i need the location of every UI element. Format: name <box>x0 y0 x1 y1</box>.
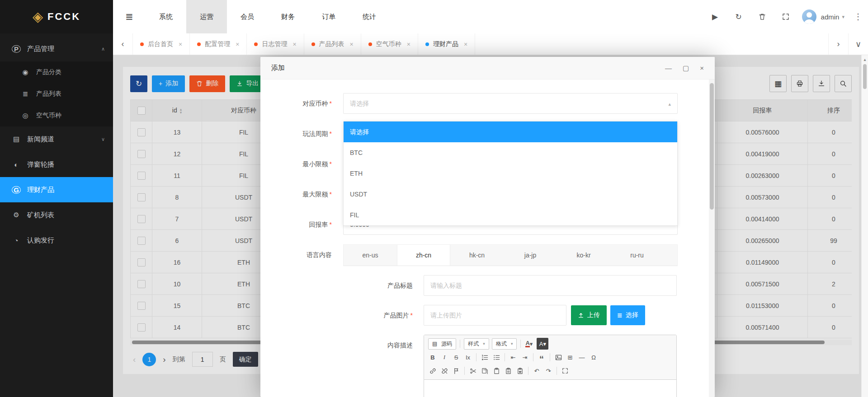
filter-columns-icon[interactable]: ▦ <box>769 75 787 92</box>
tabs-menu-icon[interactable]: ∨ <box>848 33 868 55</box>
row-checkbox[interactable] <box>137 237 146 245</box>
row-checkbox[interactable] <box>137 302 146 310</box>
upload-button[interactable]: 上传 <box>571 305 607 325</box>
download-icon[interactable] <box>813 75 830 92</box>
goto-confirm-button[interactable]: 确定 <box>233 352 258 367</box>
maximize-icon[interactable]: ▢ <box>683 65 689 71</box>
sort-icons[interactable]: ▴▾ <box>180 108 182 114</box>
sidebar-item-finance-product[interactable]: G 理财产品 <box>0 177 113 202</box>
source-button[interactable]: ▤源码 <box>428 338 456 350</box>
sidebar-item-popup-carousel[interactable]: ◐ 弹窗轮播 <box>0 152 113 177</box>
table-icon[interactable]: ⊞ <box>564 351 576 363</box>
tab-air-coin[interactable]: 空气币种 × <box>361 33 418 55</box>
current-page[interactable]: 1 <box>142 353 156 366</box>
paste-icon[interactable] <box>491 365 502 377</box>
italic-button[interactable]: I <box>439 351 450 363</box>
avatar[interactable] <box>802 9 816 24</box>
tabs-scroll-left[interactable]: ‹ <box>113 33 133 55</box>
cut-icon[interactable] <box>467 365 479 377</box>
row-checkbox[interactable] <box>137 193 146 201</box>
sidebar-item-product-management[interactable]: P 产品管理 ∧ <box>0 36 113 61</box>
dropdown-option[interactable]: BTC <box>344 142 677 163</box>
dialog-titlebar[interactable]: 添加 — ▢ × <box>260 57 715 79</box>
row-checkbox[interactable] <box>137 323 146 332</box>
product-image-input[interactable] <box>424 305 566 326</box>
column-return-rate[interactable]: 回报率 <box>717 100 808 121</box>
unlink-icon[interactable] <box>439 365 450 377</box>
nav-item-operation[interactable]: 运营 <box>186 0 227 33</box>
print-icon[interactable] <box>791 75 808 92</box>
dropdown-option[interactable]: 请选择 <box>344 121 677 142</box>
row-checkbox[interactable] <box>137 258 146 266</box>
user-caret-down-icon[interactable]: ▾ <box>842 14 844 20</box>
nav-item-finance[interactable]: 财务 <box>268 0 308 33</box>
tab-home[interactable]: 后台首页 × <box>133 33 190 55</box>
link-icon[interactable] <box>427 365 439 377</box>
tab-close-icon[interactable]: × <box>350 41 354 48</box>
goto-page-input[interactable] <box>192 352 213 367</box>
text-color-button[interactable]: A▾ <box>523 338 535 350</box>
lang-tab-ru-ru[interactable]: ru-ru <box>610 245 664 266</box>
lang-tab-zh-cn[interactable]: zh-cn <box>397 245 450 266</box>
unordered-list-icon[interactable] <box>491 351 502 363</box>
refresh-table-button[interactable]: ↻ <box>130 75 147 92</box>
search-icon[interactable] <box>835 75 852 92</box>
sidebar-item-product-list[interactable]: ≣ 产品列表 <box>0 83 113 105</box>
sidebar-item-air-coin[interactable]: ◎ 空气币种 <box>0 105 113 126</box>
row-checkbox[interactable] <box>137 215 146 223</box>
nav-item-statistics[interactable]: 统计 <box>349 0 390 33</box>
tab-close-icon[interactable]: × <box>464 41 467 48</box>
row-checkbox[interactable] <box>137 128 146 136</box>
undo-icon[interactable]: ↶ <box>531 365 542 377</box>
row-checkbox[interactable] <box>137 150 146 158</box>
collapse-sidebar-icon[interactable]: ≣ <box>113 11 146 22</box>
next-page-icon[interactable]: › <box>163 355 165 364</box>
select-all-checkbox[interactable] <box>137 107 146 115</box>
tab-product-list[interactable]: 产品列表 × <box>304 33 361 55</box>
editor-fullscreen-icon[interactable] <box>559 365 571 377</box>
editor-content[interactable] <box>424 380 676 397</box>
ordered-list-icon[interactable] <box>479 351 491 363</box>
tab-close-icon[interactable]: × <box>236 41 239 48</box>
nav-item-member[interactable]: 会员 <box>227 0 268 33</box>
add-button[interactable]: + 添加 <box>152 75 185 92</box>
sidebar-item-product-category[interactable]: ◉ 产品分类 <box>0 61 113 83</box>
vertical-scrollbar[interactable]: ▴ <box>861 55 868 397</box>
prev-page-icon[interactable]: ‹ <box>133 355 136 364</box>
dialog-scrollbar[interactable] <box>709 79 715 397</box>
play-icon[interactable]: ▶ <box>703 12 727 22</box>
paste-word-icon[interactable] <box>514 365 526 377</box>
scroll-up-icon[interactable]: ▴ <box>862 55 868 62</box>
lang-tab-ko-kr[interactable]: ko-kr <box>557 245 610 266</box>
copy-icon[interactable] <box>479 365 491 377</box>
tab-config[interactable]: 配置管理 × <box>190 33 247 55</box>
sidebar-item-news-channel[interactable]: ▤ 新闻频道 ∨ <box>0 126 113 152</box>
minimize-icon[interactable]: — <box>665 65 672 71</box>
tab-close-icon[interactable]: × <box>407 41 410 48</box>
style-combo[interactable]: 样式▾ <box>464 338 489 350</box>
sidebar-item-miner-list[interactable]: ⚙ 矿机列表 <box>0 202 113 228</box>
fullscreen-icon[interactable] <box>774 13 797 20</box>
special-char-icon[interactable]: Ω <box>588 351 599 363</box>
lang-tab-ja-jp[interactable]: ja-jp <box>504 245 557 266</box>
tab-logs[interactable]: 日志管理 × <box>247 33 304 55</box>
paste-text-icon[interactable] <box>502 365 514 377</box>
nav-item-order[interactable]: 订单 <box>308 0 349 33</box>
tabs-scroll-right[interactable]: › <box>828 33 848 55</box>
trash-icon[interactable] <box>750 13 774 20</box>
row-checkbox[interactable] <box>137 280 146 288</box>
tab-finance-product[interactable]: 理财产品 × <box>418 33 475 55</box>
username[interactable]: admin <box>816 13 842 21</box>
bold-button[interactable]: B <box>427 351 439 363</box>
dropdown-option[interactable]: ETH <box>344 163 677 184</box>
tab-close-icon[interactable]: × <box>292 41 296 48</box>
refresh-icon[interactable]: ↻ <box>727 12 750 22</box>
lang-tab-en-us[interactable]: en-us <box>344 245 397 266</box>
choose-button[interactable]: ≣ 选择 <box>610 305 645 325</box>
tab-close-icon[interactable]: × <box>179 41 182 48</box>
delete-button[interactable]: 删除 <box>189 75 225 92</box>
horizontal-rule-icon[interactable]: ― <box>576 351 588 363</box>
lang-tab-hk-cn[interactable]: hk-cn <box>450 245 504 266</box>
column-id[interactable]: id▴▾ <box>152 100 202 121</box>
vertical-scrollbar-thumb[interactable] <box>863 64 867 89</box>
